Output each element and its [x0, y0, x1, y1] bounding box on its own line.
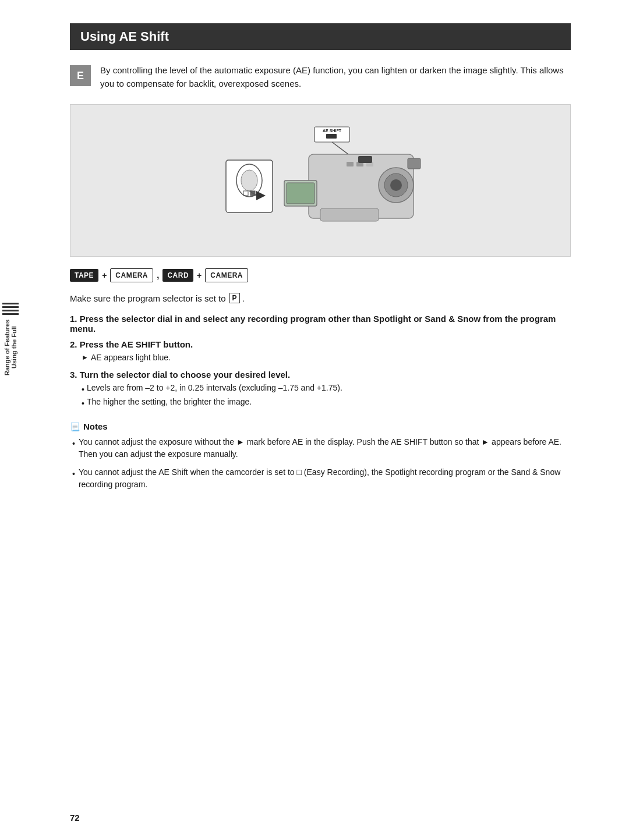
step-2: 2. Press the AE SHIFT button. ► AE appea…	[70, 339, 571, 364]
step-2-title: 2. Press the AE SHIFT button.	[70, 339, 571, 349]
step-3: 3. Turn the selector dial to choose your…	[70, 370, 571, 410]
side-tab-text: Range of Features Using the Full	[3, 320, 17, 375]
page-title: Using AE Shift	[80, 29, 560, 44]
step-3-bullet-1: • Levels are from –2 to +2, in 0.25 inte…	[82, 382, 571, 396]
badge-tape: TAPE	[70, 269, 98, 282]
side-lines	[2, 303, 19, 315]
step-3-bullet-2: • The higher the setting, the brighter t…	[82, 396, 571, 410]
plus-1: +	[102, 271, 107, 280]
svg-rect-21	[287, 183, 314, 204]
svg-rect-16	[347, 162, 354, 166]
intro-section: E By controlling the level of the automa…	[70, 64, 571, 90]
svg-rect-2	[326, 134, 337, 139]
step-1-number: 1.	[70, 314, 80, 324]
svg-rect-15	[408, 158, 420, 169]
selector-text: Make sure the program selector is set to	[70, 293, 226, 303]
badge-camera-1: CAMERA	[110, 268, 153, 282]
notes-title: 📃 Notes	[70, 421, 571, 431]
step-1: 1. Press the selector dial in and select…	[70, 314, 571, 334]
step-1-title: 1. Press the selector dial in and select…	[70, 314, 571, 334]
badge-camera-2: CAMERA	[205, 268, 248, 282]
svg-rect-22	[320, 208, 379, 221]
notes-icon: 📃	[70, 422, 80, 431]
bullet-dot-2: •	[82, 398, 84, 410]
page-number: 72	[70, 813, 80, 823]
step-3-number: 3.	[70, 370, 80, 380]
note-1: • You cannot adjust the exposure without…	[72, 436, 571, 460]
diagram-box: AE SHIFT	[70, 104, 571, 257]
comma: ,	[157, 270, 159, 281]
title-bar: Using AE Shift	[70, 23, 571, 50]
intro-text: By controlling the level of the automati…	[100, 64, 571, 90]
svg-point-6	[241, 170, 257, 191]
side-tab-bottom: Range of Features	[3, 320, 10, 375]
e-badge: E	[70, 65, 91, 86]
step-2-bullet-1: ► AE appears light blue.	[82, 352, 571, 364]
side-tab: Range of Features Using the Full	[0, 303, 21, 375]
note-bullet-1: •	[72, 438, 75, 450]
badge-card: CARD	[162, 269, 193, 282]
step-2-number: 2.	[70, 339, 80, 349]
page-container: Using AE Shift E By controlling the leve…	[70, 0, 571, 531]
note-bullet-2: •	[72, 468, 75, 480]
camera-diagram: AE SHIFT	[198, 122, 443, 239]
bullet-dot-1: •	[82, 384, 84, 396]
p-symbol: P	[229, 293, 240, 303]
triangle-icon: ►	[82, 352, 89, 363]
svg-rect-19	[358, 156, 372, 163]
notes-section: 📃 Notes • You cannot adjust the exposure…	[70, 421, 571, 491]
svg-point-14	[390, 179, 402, 191]
plus-2: +	[197, 271, 202, 280]
note-2: • You cannot adjust the AE Shift when th…	[72, 466, 571, 491]
side-tab-top: Using the Full	[10, 327, 17, 369]
selector-line: Make sure the program selector is set to…	[70, 293, 571, 303]
svg-text:AE SHIFT: AE SHIFT	[323, 129, 342, 133]
mode-badges: TAPE + CAMERA , CARD + CAMERA	[70, 268, 571, 282]
step-3-title: 3. Turn the selector dial to choose your…	[70, 370, 571, 380]
